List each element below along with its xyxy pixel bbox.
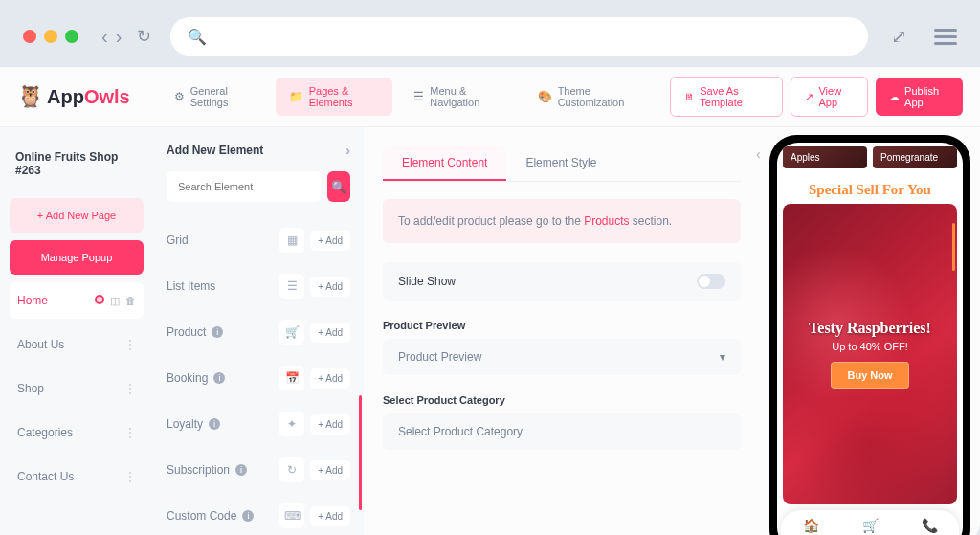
logo: 🦉 AppOwls — [17, 84, 130, 109]
maximize-window-icon[interactable] — [65, 30, 78, 43]
add-product-button[interactable]: + Add — [310, 323, 350, 343]
menu-icon[interactable] — [934, 25, 957, 49]
back-icon[interactable]: ‹ — [101, 26, 108, 48]
delete-icon[interactable]: 🗑 — [125, 295, 136, 307]
element-loyalty: Loyalty i ✦ + Add — [167, 401, 350, 447]
more-icon[interactable]: ⋮ — [124, 338, 136, 351]
code-icon: ⌨ — [279, 503, 304, 528]
info-icon[interactable]: i — [235, 464, 247, 476]
nav-about[interactable]: 🛒 ABOUT US — [840, 510, 900, 535]
search-element-input[interactable] — [167, 171, 322, 202]
add-grid-button[interactable]: + Add — [310, 231, 350, 251]
element-label: Booking — [167, 371, 208, 385]
products-link[interactable]: Products — [584, 214, 629, 228]
more-icon[interactable]: ⋮ — [124, 426, 136, 439]
add-new-page-button[interactable]: + Add New Page — [10, 198, 144, 233]
add-booking-button[interactable]: + Add — [310, 368, 350, 389]
expand-icon[interactable]: ⤢ — [891, 25, 907, 48]
view-app-button[interactable]: ↗ View App — [791, 77, 868, 117]
element-label: Product — [167, 325, 206, 339]
copy-icon[interactable]: ◫ — [110, 295, 120, 307]
reload-icon[interactable]: ↻ — [137, 26, 151, 47]
chevron-right-icon[interactable]: › — [345, 143, 350, 158]
nav-general-settings[interactable]: ⚙ General Settings — [161, 78, 268, 116]
element-label: Loyalty — [167, 417, 203, 431]
add-loyalty-button[interactable]: + Add — [310, 414, 350, 435]
slide-show-toggle-row: Slide Show — [383, 262, 741, 301]
grid-icon: ▦ — [279, 228, 304, 253]
publish-app-button[interactable]: ☁ Publish App — [876, 78, 963, 116]
category-chip-apples[interactable]: Apples — [783, 146, 867, 168]
save-template-button[interactable]: 🗎 Save As Template — [670, 77, 783, 117]
more-icon[interactable]: ⋮ — [124, 382, 136, 395]
refresh-icon: ↻ — [279, 457, 304, 482]
category-chip-pomegranate[interactable]: Pomegranate — [873, 146, 957, 168]
sidebar-page-categories[interactable]: Categories ⋮ — [10, 414, 144, 451]
hero-banner: Testy Raspberries! Up to 40% OFF! Buy No… — [783, 204, 957, 504]
element-list-items: List Items ☰ + Add — [167, 263, 350, 309]
product-preview-select[interactable]: Product Preview ▾ — [383, 339, 741, 375]
hero-title: Testy Raspberries! — [809, 320, 931, 337]
nav-menu-navigation[interactable]: ☰ Menu & Navigation — [400, 78, 516, 116]
page-label: Categories — [17, 426, 73, 439]
list-icon: ☰ — [413, 90, 424, 103]
add-code-button[interactable]: + Add — [310, 506, 350, 526]
search-button[interactable]: 🔍 — [327, 171, 350, 202]
chevron-down-icon: ▾ — [720, 350, 725, 364]
nav-pages-elements[interactable]: 📁 Pages & Elements — [276, 78, 393, 116]
element-label: Custom Code — [167, 509, 236, 523]
more-icon[interactable]: ⋮ — [124, 470, 136, 483]
sidebar: Online Fruits Shop #263 + Add New Page M… — [0, 127, 153, 535]
notice-text: section. — [630, 214, 673, 228]
panel-title: Add New Element — [167, 144, 263, 157]
forward-icon[interactable]: › — [116, 26, 122, 48]
toggle-label: Slide Show — [398, 275, 456, 288]
close-window-icon[interactable] — [23, 30, 36, 43]
sidebar-page-shop[interactable]: Shop ⋮ — [10, 370, 144, 407]
minimize-window-icon[interactable] — [44, 30, 57, 43]
status-dot-icon — [95, 295, 104, 304]
sidebar-page-about[interactable]: About Us ⋮ — [10, 326, 144, 363]
element-label: Subscription — [167, 463, 230, 477]
element-product: Product i 🛒 + Add — [167, 309, 350, 355]
logo-text-owls: Owls — [84, 86, 130, 107]
nav-label: Pages & Elements — [309, 85, 380, 108]
nav-home[interactable]: 🏠 HOME — [781, 510, 840, 535]
project-title: Online Fruits Shop #263 — [10, 143, 144, 190]
notice-text: To add/edit product please go to the — [398, 214, 584, 228]
product-category-select[interactable]: Select Product Category — [383, 413, 741, 450]
info-icon[interactable]: i — [242, 510, 254, 522]
info-icon[interactable]: i — [209, 418, 220, 430]
nav-theme-customization[interactable]: 🎨 Theme Customization — [524, 78, 656, 116]
browser-chrome: ‹ › ↻ 🔍 ⤢ — [0, 0, 980, 67]
chevron-left-icon[interactable]: ‹ — [756, 146, 761, 162]
button-label: Save As Template — [700, 85, 768, 108]
nav-categories[interactable]: 📞 CATEGORIES — [900, 510, 959, 535]
info-icon[interactable]: i — [213, 372, 225, 384]
buy-now-button[interactable]: Buy Now — [831, 362, 908, 389]
info-icon[interactable]: i — [212, 326, 223, 338]
select-value: Product Preview — [398, 350, 481, 364]
sidebar-page-contact[interactable]: Contact Us ⋮ — [10, 458, 144, 495]
cart-icon: 🛒 — [279, 320, 304, 345]
scrollbar[interactable] — [952, 223, 955, 271]
phone-screen: Apples Pomegranate Special Sell For You … — [777, 143, 963, 535]
url-bar[interactable]: 🔍 — [170, 17, 868, 56]
phone-bottom-nav: 🏠 HOME 🛒 ABOUT US 📞 CATEGORIES — [781, 510, 959, 535]
scrollbar[interactable] — [359, 395, 362, 510]
add-subscription-button[interactable]: + Add — [310, 460, 350, 480]
sidebar-page-home[interactable]: Home ◫ 🗑 — [10, 282, 144, 319]
manage-popup-button[interactable]: Manage Popup — [10, 240, 144, 275]
tab-element-style[interactable]: Element Style — [506, 146, 615, 181]
search-icon: 🔍 — [188, 28, 207, 46]
element-label: List Items — [167, 279, 215, 293]
element-custom-code: Custom Code i ⌨ + Add — [167, 493, 350, 535]
notice-box: To add/edit product please go to the Pro… — [383, 199, 741, 243]
slide-show-toggle[interactable] — [697, 274, 725, 289]
add-list-button[interactable]: + Add — [310, 277, 350, 297]
cart-icon: 🛒 — [862, 518, 879, 533]
page-label: Contact Us — [17, 470, 74, 483]
upload-icon: ☁ — [889, 91, 900, 103]
tab-element-content[interactable]: Element Content — [383, 146, 506, 181]
select-value: Select Product Category — [398, 425, 523, 438]
